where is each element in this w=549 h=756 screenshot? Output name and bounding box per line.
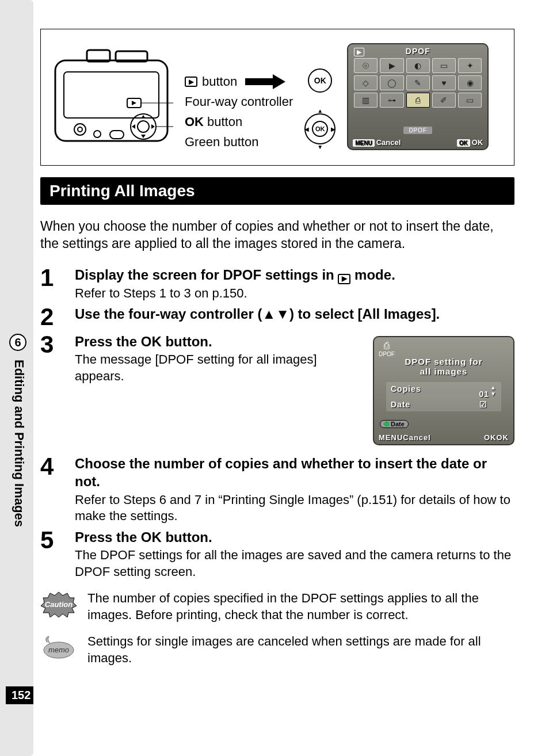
play-icon: ▶	[338, 274, 350, 284]
memo-icon: memo	[40, 633, 77, 661]
menu-badge: MENU	[353, 139, 374, 147]
caution-icon: Caution	[40, 590, 77, 618]
ok-word: OK	[185, 112, 204, 131]
step-title-post: button.	[162, 529, 212, 545]
grid-icon: ▶	[380, 58, 403, 73]
step-number: 5	[40, 528, 61, 552]
ok-inline: OK	[141, 529, 162, 545]
label-fourway-text: Four-way controller	[185, 92, 293, 111]
date-label: Date	[391, 400, 479, 409]
grid-icon-dpof-selected: ⎙	[406, 93, 430, 108]
grid-icon: ◯	[380, 75, 403, 90]
button-icon-column: OK ▲ ▼ ◀ ▶ OK	[304, 43, 336, 144]
label-green-button: Green button	[185, 132, 293, 151]
steps-list: 1 Display the screen for DPOF settings i…	[40, 266, 514, 580]
svg-marker-7	[141, 135, 146, 138]
grid-icon: ♥	[432, 75, 456, 90]
svg-marker-9	[151, 124, 155, 129]
ok-circle-icon: OK	[308, 68, 332, 93]
step-5: 5 Press the OK button. The DPOF settings…	[40, 528, 514, 580]
lcd2-msg-line2: all images	[374, 366, 513, 376]
svg-point-15	[94, 131, 101, 138]
dpof-tag-text: DPOF	[379, 351, 395, 357]
svg-point-13	[74, 124, 86, 135]
fourway-ok-icon: ▲ ▼ ◀ ▶ OK	[304, 113, 336, 144]
section-heading: Printing All Images	[40, 177, 514, 205]
label-play-button: ▶ button	[185, 72, 293, 91]
lcd-selection-caption: DPOF	[403, 127, 432, 134]
grid-icon: ⦾	[354, 58, 378, 73]
play-mode-icon: ▶	[354, 48, 364, 56]
step-number: 3	[40, 333, 61, 357]
lcd-ok: OKOK	[457, 138, 483, 147]
step-title-post: button.	[162, 334, 212, 349]
copies-value: 01▲▼	[479, 384, 497, 399]
memo-note: memo Settings for single images are canc…	[40, 633, 514, 666]
lcd-dpof-menu: ▶ DPOF ⦾ ▶ ◐ ▭ ✦ ◇ ◯ ✎ ♥ ◉ ▥ ⊶ ⎙ ✐ ▭ DPO…	[347, 43, 489, 150]
ok-badge: OK	[457, 139, 470, 147]
svg-marker-12	[132, 101, 136, 105]
svg-text:memo: memo	[48, 646, 69, 654]
grid-icon: ◐	[406, 58, 430, 73]
ok-inline: OK	[141, 334, 162, 349]
step-4: 4 Choose the number of copies and whethe…	[40, 455, 514, 525]
lcd2-msg-line1: DPOF setting for	[374, 357, 513, 366]
dpof-tag-icon: ⎙ DPOF	[379, 341, 395, 357]
step-title-pre: Press the	[75, 334, 141, 349]
step-1: 1 Display the screen for DPOF settings i…	[40, 266, 514, 301]
svg-text:Caution: Caution	[45, 600, 73, 609]
grid-icon: ✦	[458, 58, 482, 73]
label-ok-button: OK button	[185, 112, 293, 131]
step-desc: Refer to Steps 6 and 7 in “Printing Sing…	[75, 492, 514, 525]
step-title: Use the four-way controller (▲▼) to sele…	[75, 305, 514, 323]
label-fourway: Four-way controller	[185, 92, 293, 111]
step-title-pre: Press the	[75, 529, 141, 545]
svg-rect-10	[110, 131, 124, 139]
svg-marker-8	[132, 124, 135, 129]
grid-icon: ⊶	[380, 93, 403, 108]
intro-paragraph: When you choose the number of copies and…	[40, 218, 514, 253]
grid-icon: ◇	[354, 75, 378, 90]
copies-label: Copies	[391, 384, 479, 399]
menu-badge: MENU	[379, 433, 403, 442]
step-2: 2 Use the four-way controller (▲▼) to se…	[40, 305, 514, 329]
controls-diagram: ▶ button Four-way controller OK button G…	[40, 29, 514, 166]
step-number: 4	[40, 455, 61, 479]
lcd2-settings: Copies 01▲▼ Date ☑	[386, 382, 501, 411]
label-ok-text: button	[207, 112, 242, 131]
grid-icon: ▥	[354, 93, 378, 108]
date-pill: Date	[380, 420, 409, 428]
ok-badge: OK	[484, 433, 497, 442]
play-icon: ▶	[185, 77, 197, 87]
step-title: Press the OK button.	[75, 528, 514, 546]
label-green-text: Green button	[185, 132, 258, 151]
grid-icon: ▭	[458, 93, 482, 108]
memo-text: Settings for single images are canceled …	[87, 633, 514, 666]
grid-icon: ✎	[406, 75, 430, 90]
lcd-icon-grid: ⦾ ▶ ◐ ▭ ✦ ◇ ◯ ✎ ♥ ◉ ▥ ⊶ ⎙ ✐ ▭	[348, 56, 487, 110]
lcd2-cancel: MENUCancel	[379, 433, 431, 442]
grid-icon: ▭	[432, 58, 456, 73]
svg-point-14	[78, 127, 82, 132]
step-number: 1	[40, 266, 61, 290]
arrow-right-icon	[245, 76, 285, 87]
camera-illustration	[52, 43, 173, 152]
step-title-post: mode.	[350, 267, 395, 282]
lcd2-message: DPOF setting for all images	[374, 357, 513, 376]
svg-rect-3	[64, 72, 159, 118]
step-title: Choose the number of copies and whether …	[75, 455, 514, 490]
label-play-text: button	[202, 72, 237, 91]
lcd2-ok: OKOK	[484, 433, 509, 442]
step-title-pre: Display the screen for DPOF settings in	[75, 267, 338, 282]
svg-marker-6	[141, 115, 146, 119]
grid-icon: ✐	[432, 93, 456, 108]
step-desc: The DPOF settings for all the images are…	[75, 547, 514, 580]
lcd-title: DPOF	[348, 47, 487, 56]
date-checkbox-icon: ☑	[479, 400, 497, 409]
step-desc: Refer to Steps 1 to 3 on p.150.	[75, 285, 514, 302]
step-3: 3 ⎙ DPOF DPOF setting for all images Cop…	[40, 333, 514, 451]
lcd-dpof-all-images: ⎙ DPOF DPOF setting for all images Copie…	[373, 336, 514, 445]
step-number: 2	[40, 305, 61, 329]
caution-note: Caution The number of copies specified i…	[40, 590, 514, 623]
caution-text: The number of copies specified in the DP…	[87, 590, 514, 623]
